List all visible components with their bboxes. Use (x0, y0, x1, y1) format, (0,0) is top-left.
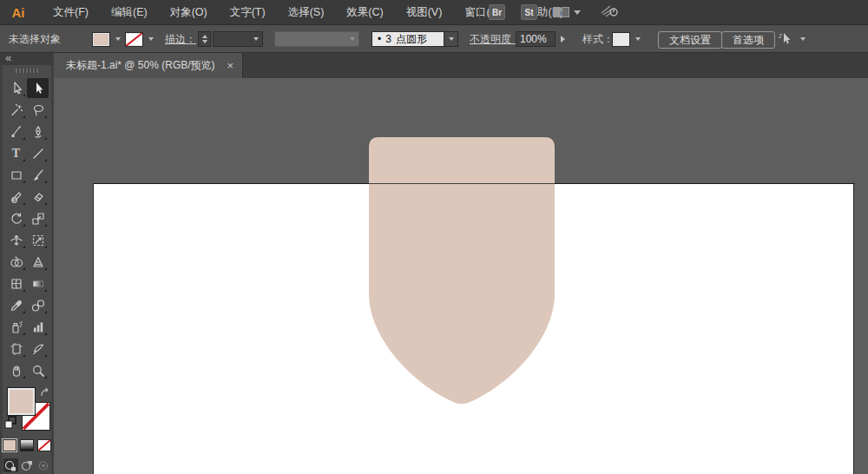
free-transform-tool[interactable] (27, 230, 49, 250)
stroke-weight-label[interactable]: 描边： (165, 31, 196, 47)
menu-effect[interactable]: 效果(C) (335, 0, 394, 25)
workspace-switcher-icon[interactable] (553, 7, 569, 17)
rectangle-tool[interactable] (5, 165, 27, 185)
stroke-weight-dropdown[interactable] (213, 31, 263, 47)
color-button[interactable] (3, 439, 16, 451)
stroke-none-swatch (125, 32, 143, 47)
fill-color-swatch-color (92, 32, 110, 47)
color-mode-row (3, 439, 51, 451)
stroke-color-chevron-icon[interactable] (145, 31, 156, 46)
app-logo[interactable]: Ai (7, 3, 30, 21)
document-setup-button[interactable]: 文档设置 (658, 31, 722, 49)
fill-color-chevron-icon[interactable] (112, 31, 123, 46)
shield-shape[interactable] (54, 78, 868, 474)
mesh-tool[interactable] (5, 273, 27, 293)
menu-object[interactable]: 对象(O) (159, 0, 219, 25)
paintbrush-tool[interactable] (27, 165, 49, 185)
tool-panel: T (3, 65, 51, 474)
brush-definition-dropdown[interactable] (274, 31, 359, 47)
document-tab-title: 未标题-1.ai* @ 50% (RGB/预览) (66, 58, 215, 73)
brush-combo-chevron-icon[interactable] (444, 31, 458, 47)
symbol-sprayer-tool[interactable] (5, 317, 27, 337)
eyedropper-tool[interactable] (5, 295, 27, 315)
lasso-tool[interactable] (27, 100, 49, 120)
blend-tool[interactable] (27, 295, 49, 315)
tab-strip: 未标题-1.ai* @ 50% (RGB/预览) × (54, 53, 868, 78)
brush-size: 3 (385, 33, 391, 45)
menu-bar-right: Br St (479, 0, 619, 24)
width-tool[interactable] (5, 230, 27, 250)
opacity-input[interactable]: 100% (516, 31, 556, 47)
line-segment-tool[interactable] (27, 143, 49, 163)
tool-dock: « T (0, 53, 54, 474)
stroke-weight-stepper[interactable] (198, 31, 211, 47)
artboard-tool[interactable] (5, 339, 27, 359)
cs-live-icon[interactable] (600, 3, 619, 22)
menu-type[interactable]: 文字(T) (219, 0, 277, 25)
menu-separator (479, 5, 480, 19)
tool-grid: T (3, 78, 51, 380)
pencil-tool[interactable] (5, 187, 27, 207)
fill-stroke-indicator (3, 385, 51, 434)
default-fill-stroke-icon[interactable] (4, 416, 17, 432)
menu-file[interactable]: 文件(F) (42, 0, 100, 25)
brush-combo[interactable]: • 3 点圆形 (372, 31, 444, 47)
perspective-grid-tool[interactable] (27, 252, 49, 272)
document-area: 未标题-1.ai* @ 50% (RGB/预览) × (54, 53, 868, 474)
document-tab[interactable]: 未标题-1.ai* @ 50% (RGB/预览) × (54, 53, 243, 78)
menu-view[interactable]: 视图(V) (395, 0, 454, 25)
pen-tool[interactable] (5, 122, 27, 142)
draw-inside-button[interactable] (36, 458, 51, 472)
eraser-tool[interactable] (27, 187, 49, 207)
fill-color-swatch[interactable] (92, 31, 110, 47)
opacity-expand-icon[interactable] (561, 31, 565, 47)
slice-tool[interactable] (27, 339, 49, 359)
brush-bullet: • (378, 33, 381, 45)
gradient-tool[interactable] (27, 273, 49, 293)
draw-normal-button[interactable] (3, 458, 18, 472)
stock-button[interactable]: St (521, 4, 537, 20)
swap-fill-stroke-icon[interactable] (40, 385, 50, 401)
draw-behind-button[interactable] (20, 458, 35, 472)
rotate-tool[interactable] (5, 208, 27, 228)
style-swatch[interactable] (612, 31, 630, 47)
artboard-top-edge (93, 183, 855, 184)
preferences-button[interactable]: 首选项 (721, 31, 775, 49)
brush-name: 点圆形 (396, 32, 427, 47)
menu-select[interactable]: 选择(S) (277, 0, 336, 25)
stroke-color-swatch[interactable] (125, 31, 143, 47)
magic-wand-tool[interactable] (5, 100, 27, 120)
style-label: 样式： (582, 31, 614, 47)
toolbar-collapse-button[interactable]: « (0, 53, 54, 65)
fill-indicator-swatch[interactable] (7, 387, 36, 416)
style-chevron-icon[interactable] (632, 31, 643, 46)
panel-grip[interactable] (16, 69, 38, 73)
opacity-label[interactable]: 不透明度： (470, 31, 522, 47)
content-area: « T (0, 53, 868, 474)
selection-status: 未选择对象 (9, 31, 61, 47)
bridge-button[interactable]: Br (489, 4, 505, 20)
control-bar: 未选择对象 描边： • 3 点圆形 不透明度： 100% 样式： (0, 24, 868, 53)
gradient-button[interactable] (20, 439, 34, 451)
zoom-tool[interactable] (27, 360, 49, 380)
hand-tool[interactable] (5, 360, 27, 380)
menu-bar: Ai 文件(F) 编辑(E) 对象(O) 文字(T) 选择(S) 效果(C) 视… (0, 0, 868, 24)
type-tool[interactable]: T (5, 143, 27, 163)
column-graph-tool[interactable] (27, 317, 49, 337)
select-similar-chevron-icon[interactable] (797, 31, 808, 46)
drawing-mode-row (3, 458, 51, 472)
tab-close-icon[interactable]: × (227, 59, 234, 72)
none-button[interactable] (37, 439, 51, 451)
selection-tool[interactable] (5, 78, 27, 98)
select-similar-icon[interactable] (778, 31, 795, 47)
pasteboard[interactable] (54, 78, 868, 474)
shape-builder-tool[interactable] (5, 252, 27, 272)
scale-tool[interactable] (27, 208, 49, 228)
menu-edit[interactable]: 编辑(E) (100, 0, 159, 25)
workspace-chevron-icon[interactable] (574, 10, 581, 15)
direct-selection-tool[interactable] (27, 78, 49, 98)
curvature-tool[interactable] (27, 122, 49, 142)
